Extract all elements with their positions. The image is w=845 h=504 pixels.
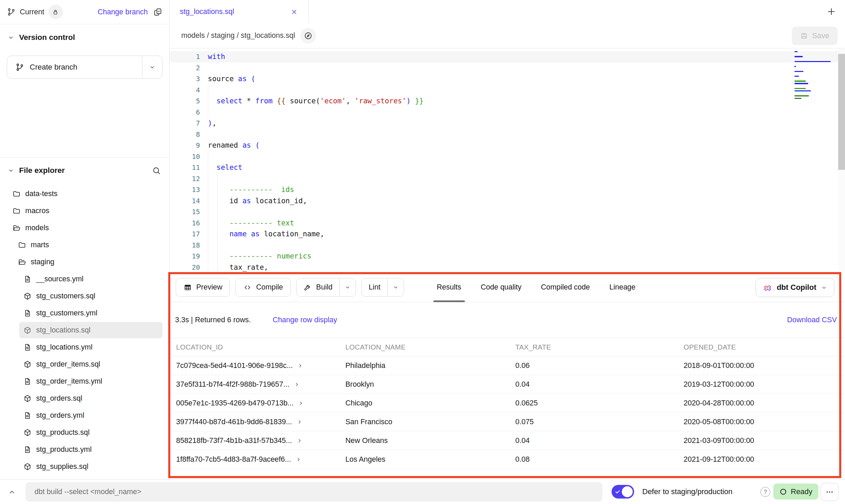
file-item-__sources.yml[interactable]: __sources.yml xyxy=(0,270,169,287)
status-ready-badge[interactable]: Ready xyxy=(773,484,818,500)
sidebar: Current Change branch Version control Cr… xyxy=(0,0,170,479)
file-item-label: macros xyxy=(25,207,49,215)
file-item-stg_products.sql[interactable]: stg_products.sql xyxy=(0,424,169,441)
tab-results[interactable]: Results xyxy=(437,273,461,302)
build-button[interactable]: Build xyxy=(297,279,339,296)
file-item-stg_orders.sql[interactable]: stg_orders.sql xyxy=(0,390,169,407)
file-item-stg_orders.yml[interactable]: stg_orders.yml xyxy=(0,407,169,424)
tab-code-quality[interactable]: Code quality xyxy=(481,273,522,302)
file-item-stg_order_items.yml[interactable]: stg_order_items.yml xyxy=(0,373,169,390)
git-branch-icon xyxy=(15,63,24,72)
file-item-stg_customers.sql[interactable]: stg_customers.sql xyxy=(0,287,169,305)
version-control-header[interactable]: Version control xyxy=(0,24,169,51)
change-row-display-link[interactable]: Change row display xyxy=(273,316,337,324)
model-icon xyxy=(23,428,32,437)
cell-tax-rate: 0.04 xyxy=(515,380,684,389)
compile-button[interactable]: Compile xyxy=(235,278,291,297)
file-item-label: stg_orders.sql xyxy=(36,394,82,403)
line-number: 5 xyxy=(170,97,205,105)
preview-button[interactable]: Preview xyxy=(176,278,230,297)
results-panel: Preview Compile Build Lint xyxy=(170,273,845,479)
file-item-stg_supplies.sql[interactable]: stg_supplies.sql xyxy=(0,458,169,475)
build-menu-button[interactable] xyxy=(340,279,356,296)
chevron-up-icon[interactable] xyxy=(8,488,16,496)
table-row[interactable]: 1f8ffa70-7cb5-4d83-8a7f-9aceef6...Los An… xyxy=(170,450,845,469)
chevron-down-icon xyxy=(392,284,399,291)
cell-location-id: 3977f440-b87d-461b-9dd6-81839... xyxy=(176,418,292,426)
lint-menu-button[interactable] xyxy=(388,279,404,296)
file-item-stg_locations.sql[interactable]: stg_locations.sql xyxy=(0,322,169,339)
editor-scrollbar-thumb[interactable] xyxy=(838,54,845,170)
plus-icon xyxy=(826,6,836,17)
expand-row-icon[interactable] xyxy=(296,438,303,444)
file-item-stg_products.yml[interactable]: stg_products.yml xyxy=(0,441,169,458)
branch-readonly-badge xyxy=(48,5,63,19)
cell-location-name: New Orleans xyxy=(345,436,515,445)
expand-row-icon[interactable] xyxy=(295,456,302,463)
change-branch-link[interactable]: Change branch xyxy=(98,8,148,16)
expand-row-icon[interactable] xyxy=(293,381,300,388)
folder-icon xyxy=(18,241,26,249)
table-row[interactable]: 37e5f311-b7f4-4f2f-988b-719657...Brookly… xyxy=(170,375,845,394)
tab-stg-locations-sql[interactable]: stg_locations.sql xyxy=(170,0,309,24)
create-branch-menu-button[interactable] xyxy=(142,56,162,78)
file-item-label: stg_order_items.sql xyxy=(36,360,100,369)
file-item-macros[interactable]: macros xyxy=(0,202,169,219)
cell-location-id: 7c079cea-5ed4-4101-906e-9198c... xyxy=(176,361,293,370)
file-item-stg_order_items.sql[interactable]: stg_order_items.sql xyxy=(0,356,169,373)
file-item-marts[interactable]: marts xyxy=(0,236,169,253)
expand-row-icon[interactable] xyxy=(297,362,303,369)
file-icon xyxy=(23,275,32,283)
code-line-10: 10 xyxy=(170,151,845,162)
file-item-label: stg_locations.sql xyxy=(36,326,90,335)
line-number: 8 xyxy=(170,130,205,138)
table-row[interactable]: 005e7e1c-1935-4269-b479-0713b...Chicago0… xyxy=(170,394,845,413)
search-icon[interactable] xyxy=(152,166,161,175)
file-item-stg_locations.yml[interactable]: stg_locations.yml xyxy=(0,339,169,356)
tab-lineage[interactable]: Lineage xyxy=(609,273,635,302)
results-table: LOCATION_IDLOCATION_NAMETAX_RATEOPENED_D… xyxy=(170,338,845,469)
table-row[interactable]: 3977f440-b87d-461b-9dd6-81839...San Fran… xyxy=(170,413,845,431)
command-input[interactable]: dbt build --select <model_name> xyxy=(26,482,602,502)
dbt-copilot-button[interactable]: dbt Copilot xyxy=(756,278,834,297)
file-item-label: stg_customers.sql xyxy=(36,292,95,300)
file-item-data-tests[interactable]: data-tests xyxy=(0,185,169,202)
create-branch-button[interactable]: Create branch xyxy=(7,56,162,79)
chevron-down-icon xyxy=(149,64,156,71)
new-tab-button[interactable] xyxy=(824,4,839,19)
tab-compiled-code[interactable]: Compiled code xyxy=(541,273,590,302)
cell-location-id: 858218fb-73f7-4b1b-a31f-57b345... xyxy=(176,436,292,445)
close-icon[interactable] xyxy=(290,8,298,16)
more-options-button[interactable] xyxy=(820,483,839,501)
line-number: 11 xyxy=(170,163,205,172)
code-line-4: 4 xyxy=(170,85,845,96)
status-bar: dbt build --select <model_name> Defer to… xyxy=(0,479,845,504)
save-button[interactable]: Save xyxy=(792,27,837,45)
minimap[interactable] xyxy=(794,51,835,100)
code-editor[interactable]: 1with2 3source as (4 5 select * from {{ … xyxy=(170,48,845,273)
line-number: 3 xyxy=(170,75,205,83)
code-line-9: 9renamed as ( xyxy=(170,140,845,151)
lineage-compass-button[interactable] xyxy=(300,28,316,44)
help-icon[interactable]: ? xyxy=(760,487,770,497)
file-item-stg_customers.yml[interactable]: stg_customers.yml xyxy=(0,305,169,322)
file-item-staging[interactable]: staging xyxy=(0,253,169,270)
download-csv-link[interactable]: Download CSV xyxy=(787,316,837,324)
wrench-icon xyxy=(303,283,312,292)
file-item-models[interactable]: models xyxy=(0,219,169,236)
code-line-11: 11 select xyxy=(170,162,845,173)
table-row[interactable]: 7c079cea-5ed4-4101-906e-9198c...Philadel… xyxy=(170,356,845,375)
expand-row-icon[interactable] xyxy=(298,400,304,406)
file-explorer-header[interactable]: File explorer xyxy=(0,158,169,183)
lint-button[interactable]: Lint xyxy=(362,279,387,296)
editor-scrollbar-track xyxy=(838,48,845,273)
version-control-body xyxy=(0,79,169,158)
tab-label: stg_locations.sql xyxy=(180,8,234,16)
indent-guide xyxy=(217,173,217,272)
expand-row-icon[interactable] xyxy=(296,419,303,425)
code-line-13: 13 ---------- ids xyxy=(170,184,845,195)
copy-icon[interactable] xyxy=(153,8,162,17)
defer-toggle[interactable] xyxy=(612,485,634,499)
cell-tax-rate: 0.08 xyxy=(515,455,684,464)
table-row[interactable]: 858218fb-73f7-4b1b-a31f-57b345...New Orl… xyxy=(170,431,845,450)
